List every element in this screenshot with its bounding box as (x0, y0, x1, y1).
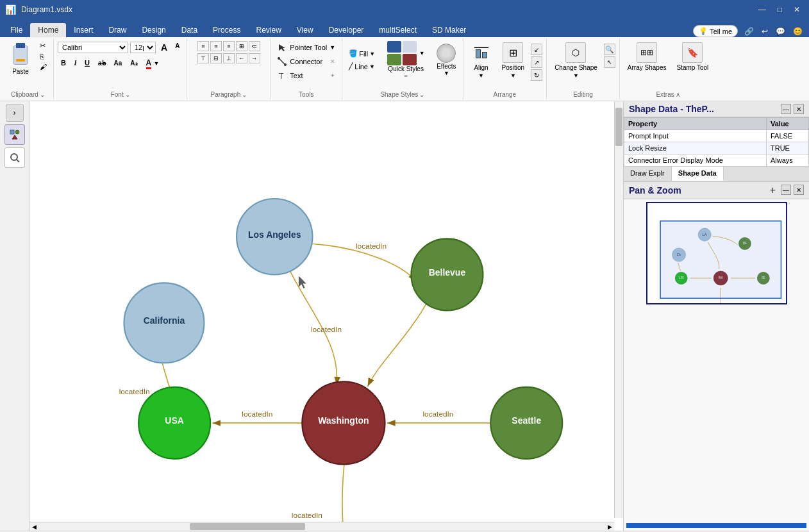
font-expand-icon[interactable]: ⌄ (125, 91, 130, 98)
panzoom-minimize-button[interactable]: — (781, 185, 791, 195)
tab-multiselect[interactable]: multiSelect (371, 23, 424, 37)
window-minimize[interactable]: — (755, 4, 770, 15)
stamp-tool-button[interactable]: 🔖 Stamp Tool (672, 41, 712, 72)
effects-button[interactable]: Effects ▼ (434, 42, 458, 78)
align-button[interactable]: Align ▼ (467, 41, 496, 80)
line-dropdown-icon[interactable]: ▼ (369, 63, 375, 70)
align-bottom-button[interactable]: ⊥ (223, 53, 235, 63)
panel-tabs: Draw Explr Shape Data (624, 167, 809, 181)
indent-less-button[interactable]: ← (236, 53, 247, 63)
undo-icon[interactable]: ↩ (758, 26, 772, 37)
tab-process[interactable]: Process (205, 23, 248, 37)
paste-button[interactable]: Paste (6, 41, 35, 76)
send-back-button[interactable]: ↙ (531, 44, 542, 55)
title-bar-controls[interactable]: — □ ✕ (755, 4, 804, 15)
tab-design[interactable]: Design (134, 23, 173, 37)
copy-button[interactable]: ⎘ (37, 52, 49, 61)
align-top-button[interactable]: ⊤ (197, 53, 209, 63)
pointer-dropdown-icon[interactable]: ▼ (329, 44, 335, 51)
sidebar-search-button[interactable] (4, 147, 25, 168)
share-icon[interactable]: 🔗 (740, 26, 758, 37)
connector-close-icon[interactable]: ✕ (330, 58, 335, 65)
align-right-button[interactable]: ≡ (223, 41, 235, 51)
indent-more-button[interactable]: → (249, 53, 260, 63)
clipboard-expand-icon[interactable]: ⌄ (40, 91, 45, 98)
ribbon-collapse-icon[interactable]: ∧ (676, 91, 680, 98)
sidebar-collapse-button[interactable]: › (6, 104, 24, 122)
fill-button[interactable]: 🪣 Fill ▼ (346, 48, 378, 59)
select-button[interactable]: ↖ (604, 56, 615, 68)
format-painter-button[interactable]: 🖌 (37, 62, 49, 71)
tab-sdmaker[interactable]: SD Maker (424, 23, 474, 37)
quick-styles-dropdown-icon[interactable]: ▼ (419, 50, 425, 56)
panel-controls[interactable]: — ✕ (781, 104, 804, 114)
bold-button[interactable]: B (58, 58, 69, 68)
window-maximize[interactable]: □ (774, 4, 786, 15)
scroll-right-arrow[interactable]: ▶ (605, 522, 614, 531)
tab-data[interactable]: Data (174, 23, 205, 37)
panel-close-button[interactable]: ✕ (794, 104, 804, 114)
shape-styles-expand-icon[interactable]: ⌄ (419, 91, 424, 98)
panel-minimize-button[interactable]: — (781, 104, 791, 114)
paragraph-expand-icon[interactable]: ⌄ (242, 91, 247, 98)
font-name-select[interactable]: Calibri (58, 42, 128, 53)
panzoom-add-button[interactable]: + (767, 185, 778, 196)
panzoom-controls[interactable]: + — ✕ (767, 185, 804, 196)
horizontal-scrollbar[interactable]: ◀ ▶ (29, 522, 614, 531)
underline-button[interactable]: U (81, 58, 93, 68)
font-color-button[interactable]: A ▼ (143, 57, 163, 69)
font-color-dropdown-icon[interactable]: ▼ (154, 60, 160, 67)
strikethrough-button[interactable]: ab̶ (95, 58, 109, 68)
tab-draw-explr[interactable]: Draw Explr (624, 167, 672, 181)
cut-button[interactable]: ✂ (37, 41, 49, 51)
position-dropdown-icon[interactable]: ▼ (510, 72, 516, 79)
tab-developer[interactable]: Developer (321, 23, 372, 37)
tab-shape-data[interactable]: Shape Data (672, 167, 724, 181)
bring-front-button[interactable]: ↗ (531, 56, 542, 68)
effects-dropdown-icon[interactable]: ▼ (444, 70, 449, 76)
tab-insert[interactable]: Insert (66, 23, 101, 37)
fill-dropdown-icon[interactable]: ▼ (369, 51, 375, 57)
tab-draw[interactable]: Draw (101, 23, 134, 37)
bullet-list-button[interactable]: ⊞ (236, 41, 247, 51)
horizontal-scroll-thumb[interactable] (190, 523, 305, 530)
subscript-button[interactable]: A₂ (127, 58, 140, 68)
italic-button[interactable]: I (71, 58, 79, 68)
pointer-tool-button[interactable]: Pointer Tool ▼ (274, 41, 338, 54)
line-button[interactable]: ╱ Line ▼ (346, 61, 378, 72)
change-shape-button[interactable]: ⬡ Change Shape ▼ (551, 41, 601, 80)
change-shape-dropdown-icon[interactable]: ▼ (573, 72, 579, 79)
find-button[interactable]: 🔍 (604, 44, 615, 55)
rotate-button[interactable]: ↻ (531, 69, 542, 81)
comment-icon[interactable]: 💬 (772, 26, 789, 37)
emoji-icon[interactable]: 😊 (789, 26, 806, 37)
window-close[interactable]: ✕ (790, 4, 804, 15)
text-tool-button[interactable]: T Text ✦ (274, 69, 338, 82)
diagram-canvas[interactable]: locatedIn locatedIn locatedIn locatedIn … (29, 101, 623, 531)
align-center-button[interactable]: ≡ (210, 41, 222, 51)
canvas-wrapper[interactable]: locatedIn locatedIn locatedIn locatedIn … (29, 101, 623, 531)
vertical-scrollbar[interactable] (614, 101, 623, 518)
tell-me-box[interactable]: 💡 Tell me (693, 25, 738, 37)
change-case-button[interactable]: Aa (111, 58, 126, 68)
align-left-button[interactable]: ≡ (197, 41, 209, 51)
tab-file[interactable]: File (3, 23, 30, 37)
scroll-left-arrow[interactable]: ◀ (29, 522, 38, 531)
font-decrease-button[interactable]: A (172, 41, 183, 54)
sidebar-shapes-button[interactable] (4, 124, 25, 145)
tab-review[interactable]: Review (248, 23, 288, 37)
panzoom-close-button[interactable]: ✕ (794, 185, 804, 195)
font-size-select[interactable]: 12pt (130, 42, 156, 53)
panzoom-thumbnail[interactable]: LA CA BE WA US SE RE (646, 202, 787, 304)
main-layout: › (0, 101, 809, 531)
tab-home[interactable]: Home (30, 23, 66, 37)
vertical-scroll-thumb[interactable] (615, 108, 622, 146)
number-list-button[interactable]: ≔ (249, 41, 260, 51)
connector-tool-button[interactable]: Connector ✕ (274, 55, 338, 68)
font-increase-button[interactable]: A (158, 41, 171, 54)
array-shapes-button[interactable]: ⊞⊞ Array Shapes (624, 41, 671, 72)
align-dropdown-icon[interactable]: ▼ (478, 72, 484, 79)
align-middle-button[interactable]: ⊟ (210, 53, 222, 63)
position-button[interactable]: ⊞ Position ▼ (498, 41, 529, 80)
tab-view[interactable]: View (289, 23, 321, 37)
